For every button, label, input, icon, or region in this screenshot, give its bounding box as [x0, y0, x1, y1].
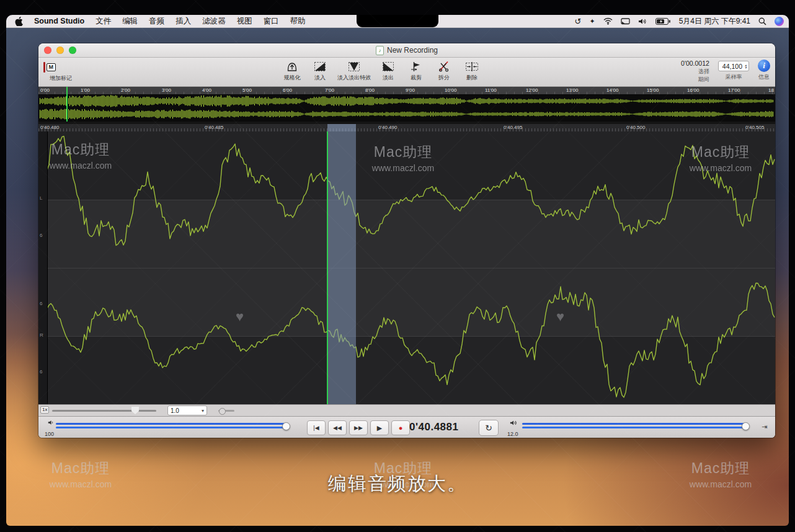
- ruler-selection: [327, 124, 356, 131]
- fast-forward-button[interactable]: ▶▶: [349, 420, 368, 435]
- scale-label: 6: [40, 233, 42, 238]
- channel-label-left: L: [40, 195, 42, 201]
- battery-icon[interactable]: [655, 15, 671, 27]
- detail-tick: 0'40.505: [745, 125, 764, 130]
- info-label: 信息: [758, 73, 770, 81]
- output-volume-thumb[interactable]: [742, 422, 750, 430]
- overview-tick: 11'00: [485, 87, 497, 93]
- menu-view[interactable]: 视图: [237, 16, 252, 27]
- stepper-arrows-icon[interactable]: ▴▾: [745, 64, 747, 69]
- detail-ruler[interactable]: 0'40.480 0'40.485 0'40.490 0'40.495 0'40…: [38, 124, 775, 131]
- loop-button[interactable]: ↻: [479, 420, 499, 436]
- volume-icon[interactable]: [638, 15, 647, 27]
- left-gain-value: 100: [45, 431, 54, 437]
- record-button[interactable]: ●: [391, 420, 410, 435]
- document-icon: ♪: [376, 46, 384, 55]
- split-icon: [433, 60, 455, 73]
- sound-studio-window: ♪ New Recording M 增加标记 规格化: [38, 43, 775, 438]
- jump-to-selection-icon[interactable]: ⇥: [762, 423, 767, 431]
- overview-tick: 16'00: [687, 87, 699, 93]
- menu-help[interactable]: 帮助: [290, 16, 306, 27]
- scale-strip: L 6 6 R 6: [38, 131, 48, 404]
- zoom-row: 1x 1.0 ▾: [38, 404, 775, 416]
- fade-in-out-icon: [337, 60, 371, 73]
- zoom-slider-track[interactable]: [52, 410, 156, 412]
- overview-tick: 15'00: [647, 87, 659, 93]
- search-icon[interactable]: [758, 15, 766, 27]
- speed-dropdown[interactable]: 1.0 ▾: [167, 406, 207, 415]
- heart-watermark-icon: ♥: [236, 309, 244, 325]
- apple-menu[interactable]: [15, 15, 23, 27]
- tool-fade-in[interactable]: 淡入: [309, 60, 331, 82]
- output-volume-slider[interactable]: [522, 423, 747, 430]
- siri-icon[interactable]: [775, 17, 784, 26]
- tool-label: 删除: [461, 74, 482, 82]
- scale-label: 6: [40, 369, 42, 375]
- rewind-button[interactable]: ◀◀: [328, 420, 347, 435]
- menu-window[interactable]: 窗口: [264, 16, 279, 27]
- play-button[interactable]: ▶: [370, 420, 389, 435]
- sample-rate-stepper[interactable]: 44,100 ▴▾: [718, 61, 749, 71]
- tool-fade-out[interactable]: 淡出: [378, 60, 399, 82]
- menu-edit[interactable]: 编辑: [122, 16, 138, 27]
- go-to-start-button[interactable]: |◀: [307, 420, 326, 435]
- left-volume-slider[interactable]: [56, 423, 288, 430]
- delete-icon: [461, 60, 482, 73]
- tool-label: 淡出: [378, 74, 399, 82]
- overview-ruler[interactable]: 0'00 1'00 2'00 3'00 4'00 5'00 6'00 7'00 …: [38, 87, 775, 94]
- zoom-slider-thumb[interactable]: [131, 407, 139, 414]
- zoom-level-badge[interactable]: 1x: [40, 406, 49, 414]
- tool-delete[interactable]: 删除: [461, 60, 482, 82]
- detail-tick: 0'40.490: [378, 125, 397, 130]
- minimize-button[interactable]: [56, 47, 64, 54]
- add-marker-button[interactable]: M 增加标记: [43, 60, 78, 82]
- desktop-screen: Sound Studio 文件 编辑 音频 插入 滤波器 视图 窗口 帮助 ↺ …: [6, 15, 789, 526]
- fade-out-icon: [378, 60, 399, 73]
- overview-tick: 17'00: [728, 87, 740, 93]
- overview-tick: 8'00: [365, 87, 375, 93]
- waveform-editor[interactable]: L 6 6 R 6 ♥ ♥: [38, 131, 775, 404]
- heart-watermark-icon: ♥: [556, 309, 564, 325]
- channel-label-right: R: [40, 332, 43, 338]
- overview-waveform[interactable]: [38, 94, 775, 122]
- menu-audio[interactable]: 音频: [149, 16, 164, 27]
- time-machine-icon[interactable]: ↺: [575, 15, 582, 27]
- detail-tick: 0'40.500: [626, 125, 645, 130]
- app-name[interactable]: Sound Studio: [34, 17, 84, 25]
- waveform-canvas: [38, 131, 775, 404]
- screen-mirroring-icon[interactable]: [621, 15, 630, 27]
- sample-rate-label: 采样率: [725, 73, 742, 81]
- output-volume-icon: [510, 420, 518, 426]
- overview-tick: 12'00: [526, 87, 538, 93]
- zoom-button[interactable]: [69, 47, 76, 54]
- menu-file[interactable]: 文件: [95, 16, 111, 27]
- playhead[interactable]: [327, 131, 328, 404]
- tool-split[interactable]: 拆分: [433, 60, 455, 82]
- marker-icon: M: [43, 60, 78, 74]
- keyboard-brightness-icon[interactable]: ✦: [589, 15, 595, 27]
- menu-insert[interactable]: 插入: [175, 16, 191, 27]
- wifi-icon[interactable]: [603, 15, 613, 27]
- tool-normalize[interactable]: 规格化: [282, 60, 303, 82]
- overview-tick: 2'00: [121, 87, 130, 93]
- selection-label: 选择: [698, 68, 709, 76]
- menubar-clock[interactable]: 5月4日 周六 下午9:41: [679, 16, 750, 27]
- left-volume-thumb[interactable]: [282, 422, 290, 430]
- overview-tick: 10'00: [445, 87, 456, 93]
- detail-tick: 0'40.495: [504, 125, 522, 130]
- menu-filter[interactable]: 滤波器: [202, 16, 226, 27]
- mini-scrollbar-thumb[interactable]: [219, 408, 226, 415]
- info-button[interactable]: i: [758, 60, 770, 72]
- close-button[interactable]: [44, 47, 51, 54]
- overview-tick: 0'00: [40, 87, 50, 93]
- apple-logo-icon: [15, 17, 23, 26]
- tool-trim[interactable]: 裁剪: [406, 60, 427, 82]
- title-bar[interactable]: ♪ New Recording: [38, 43, 775, 58]
- audio-selection[interactable]: [327, 131, 356, 404]
- duration-label: 期间: [698, 76, 709, 84]
- overview-tick: 4'00: [202, 87, 211, 93]
- overview-playhead[interactable]: [66, 87, 68, 122]
- window-title: New Recording: [387, 46, 438, 55]
- tool-crossfade[interactable]: 淡入淡出特效: [337, 60, 371, 82]
- mini-scrollbar-track[interactable]: [218, 410, 234, 412]
